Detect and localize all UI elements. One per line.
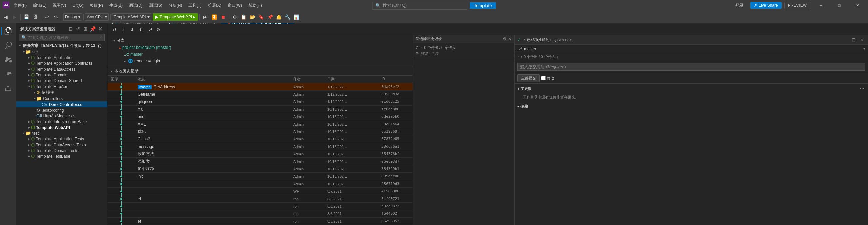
project-application[interactable]: ▸ ⬡ Template.Application — [16, 55, 107, 60]
project-httpapi[interactable]: ▾ ⬡ Template.HttpApi — [16, 83, 107, 89]
misc-button-5[interactable]: 📌 — [266, 13, 275, 21]
stop-button[interactable]: ⏹ — [219, 13, 228, 21]
back-button[interactable]: ◀ — [1, 13, 10, 21]
explorer-icon[interactable] — [1, 24, 15, 38]
git-commit-row[interactable]: Admin10/15/202...256719d3 — [108, 180, 413, 188]
git-commit-row[interactable]: Class2Admin10/15/202...67872e85 — [108, 135, 413, 143]
save-all-button[interactable]: 🗄 — [31, 13, 40, 21]
maximize-button[interactable]: □ — [831, 0, 847, 11]
misc-button-7[interactable]: 🔧 — [283, 13, 292, 21]
menu-test[interactable]: 测试(S) — [146, 2, 165, 9]
commits-title[interactable]: ◂ 变更数 ⋯ — [517, 85, 865, 92]
file-httpapi-module[interactable]: ▸ C# HttpApiModule.cs — [16, 113, 107, 119]
folder-controllers[interactable]: ▾ 📁 Controllers — [16, 96, 107, 101]
menu-analyze[interactable]: 分析(N) — [166, 2, 185, 9]
debug-config-dropdown[interactable]: Debug ▾ — [63, 13, 82, 21]
git-commit-row[interactable]: oneAdmin10/15/202...dde2a5b0 — [108, 113, 413, 120]
run-target-dropdown[interactable]: Template.WebAPI ▾ — [112, 13, 151, 21]
branch-remotes[interactable]: ▸ 🌐 remotes/origin — [121, 58, 410, 64]
git-branch-icon[interactable]: ⎇ — [146, 26, 153, 33]
project-da-tests[interactable]: ▸ ⬡ Template.DataAccess.Tests — [16, 142, 107, 148]
close-button[interactable]: ✕ — [850, 0, 865, 11]
sidebar-search-input[interactable] — [28, 35, 98, 40]
dependencies-node[interactable]: ▸ ⚙ 依赖项 — [16, 89, 107, 96]
git-commit-row[interactable]: initAdmin10/15/202...889aecd0 — [108, 173, 413, 180]
project-domain[interactable]: ▸ ⬡ Template.Domain — [16, 72, 107, 78]
project-app-contracts[interactable]: ▸ ⬡ Template.Application.Contracts — [16, 60, 107, 66]
git-commit-row[interactable]: efron8/5/2021...05e98053 — [108, 218, 413, 225]
git-refresh-icon[interactable]: ↺ — [111, 26, 118, 33]
git-activity-icon[interactable] — [1, 53, 15, 67]
live-share-button[interactable]: ↗ Live Share — [750, 2, 781, 9]
git-commit-row[interactable]: 添加方法Admin10/15/202...864376bf — [108, 150, 413, 158]
project-infra[interactable]: ▸ ⬡ Template.InfrastructureBase — [16, 119, 107, 125]
project-app-tests[interactable]: ▸ ⬡ Template.Application.Tests — [16, 136, 107, 142]
git-commit-row[interactable]: messageAdmin10/15/202...50dd76a1 — [108, 143, 413, 150]
full-commit-button[interactable]: 全部提交 — [517, 74, 540, 82]
step-over-button[interactable]: ⏭ — [201, 13, 210, 21]
save-button[interactable]: 💾 — [22, 13, 31, 21]
menu-build[interactable]: 生成(B) — [106, 2, 125, 9]
folder-src[interactable]: ▾ 📁 src — [16, 49, 107, 55]
menu-debug[interactable]: 调试(D) — [126, 2, 145, 9]
redo-button[interactable]: ↪ — [52, 13, 60, 21]
git-commit-row[interactable]: gitignoreAdmin1/12/2022...ecd08c25 — [108, 98, 413, 106]
extensions-activity-icon[interactable] — [1, 81, 15, 95]
stash-title[interactable]: ◂ 储藏 — [517, 104, 865, 109]
project-data-access[interactable]: ▸ ⬡ Template.DataAccess — [16, 66, 107, 72]
project-test-base[interactable]: ▸ ⬡ Template.TestBase — [16, 153, 107, 159]
git-commit-row[interactable]: ron8/6/2021...b9ce0873 — [108, 203, 413, 210]
misc-button-4[interactable]: 🔖 — [257, 13, 266, 21]
menu-window[interactable]: 窗口(W) — [225, 2, 245, 9]
branch-project-boilerplate[interactable]: ⬥ project-boilerplate (master) — [116, 44, 410, 51]
step-in-button[interactable]: ⏬ — [210, 13, 219, 21]
tab-git-repo[interactable]: ⎇ Git 存储库 - pr...t-boilerplate ✕ — [221, 23, 294, 24]
amend-checkbox[interactable]: 修改 — [541, 74, 554, 82]
misc-button-8[interactable]: 📊 — [292, 13, 301, 21]
debug-activity-icon[interactable] — [1, 67, 15, 81]
pin-icon[interactable]: 📌 — [90, 26, 96, 32]
run-button[interactable]: ▶ Template.WebAPI ▸ — [153, 13, 198, 21]
preview-button[interactable]: PREVIEW — [784, 2, 810, 9]
amend-check-input[interactable] — [541, 76, 546, 80]
git-pull-icon[interactable]: ⬇ — [128, 26, 136, 33]
minimize-button[interactable]: ─ — [813, 0, 829, 11]
menu-git[interactable]: Git(G) — [70, 2, 86, 8]
commit-message-input[interactable] — [517, 63, 865, 71]
refresh-icon[interactable]: ↺ — [75, 26, 81, 32]
platform-dropdown[interactable]: Any CPU ▾ — [85, 13, 108, 21]
git-commit-row[interactable]: 优化Admin10/15/202...0b39369f — [108, 128, 413, 135]
menu-extensions[interactable]: 扩展(X) — [205, 2, 224, 9]
git-commit-row[interactable]: efron8/6/2021...5cf90721 — [108, 195, 413, 203]
git-commit-row[interactable]: 加个注释Admin10/15/202...384329b1 — [108, 165, 413, 173]
solution-header[interactable]: ▾ 解决方案 'Template'(12 个项目，共 12 个) — [16, 42, 107, 49]
project-domain-tests[interactable]: ▸ ⬡ Template.Domain.Tests — [16, 148, 107, 153]
git-commit-row[interactable]: // 0Admin10/15/202...fe6ae886 — [108, 106, 413, 113]
menu-help[interactable]: 帮助(H) — [245, 2, 265, 9]
menu-file[interactable]: 文件(F) — [11, 2, 29, 9]
git-info-close-icon[interactable]: ✕ — [859, 36, 865, 43]
git-fetch-icon[interactable]: ⤵ — [119, 26, 127, 33]
undo-button[interactable]: ↩ — [43, 13, 52, 21]
close-sidebar-icon[interactable]: ✕ — [97, 26, 103, 32]
search-activity-icon[interactable] — [1, 39, 15, 52]
project-webapi[interactable]: ▸ ⬡ Template.WebAPI — [16, 125, 107, 130]
forward-button[interactable]: ▶ — [10, 13, 19, 21]
filter-icon[interactable]: ⊞ — [82, 26, 88, 32]
misc-button-3[interactable]: 📂 — [248, 13, 257, 21]
git-commit-row[interactable]: WH8/7/2021...41568086 — [108, 188, 413, 195]
misc-button-1[interactable]: ⚙ — [231, 13, 239, 21]
menu-edit[interactable]: 编辑(E) — [30, 2, 49, 9]
menu-tools[interactable]: 工具(T) — [185, 2, 204, 9]
git-changes-settings-icon[interactable]: ⚙ — [502, 36, 507, 41]
close-search-icon[interactable]: ✕ — [99, 35, 102, 40]
project-domain-shared[interactable]: ▸ ⬡ Template.Domain.Shared — [16, 78, 107, 83]
commits-more-icon[interactable]: ⋯ — [859, 85, 865, 92]
tab-domain-module[interactable]: C# DomainModule.cs ✕ — [165, 23, 221, 24]
git-settings-icon[interactable]: ⚙ — [155, 26, 162, 33]
git-push-icon[interactable]: ⬆ — [137, 26, 144, 33]
login-label[interactable]: 登录 — [733, 2, 746, 9]
branch-master[interactable]: ⎇ master — [121, 51, 410, 58]
git-info-settings-icon[interactable]: ⊟ — [850, 36, 857, 43]
misc-button-2[interactable]: 📋 — [239, 13, 248, 21]
